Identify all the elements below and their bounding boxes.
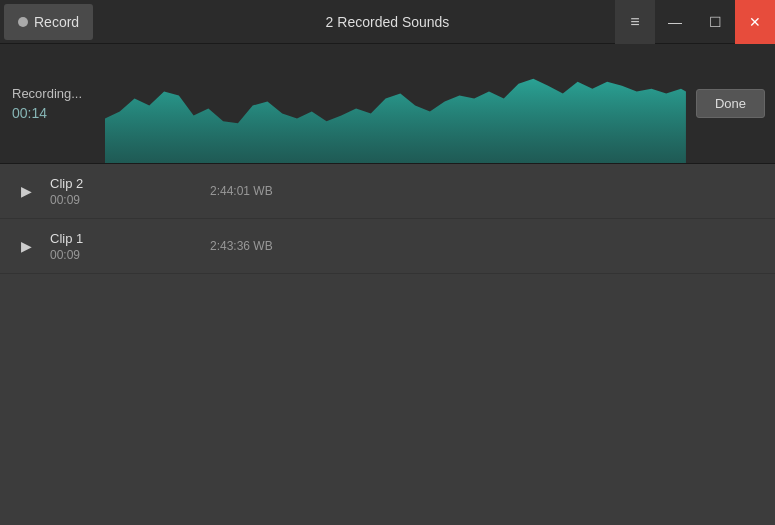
menu-button[interactable]: ≡ <box>615 0 655 44</box>
svg-marker-0 <box>105 79 686 163</box>
clip-timestamp: 2:43:36 WB <box>210 239 273 253</box>
play-icon: ▶ <box>21 238 32 254</box>
clip-info: Clip 1 00:09 <box>50 231 130 262</box>
done-area: Done <box>686 44 775 163</box>
close-button[interactable]: ✕ <box>735 0 775 44</box>
minimize-icon: — <box>668 14 682 30</box>
clips-list: ▶ Clip 2 00:09 2:44:01 WB ▶ Clip 1 00:09… <box>0 164 775 274</box>
maximize-button[interactable]: ☐ <box>695 0 735 44</box>
clip-timestamp: 2:44:01 WB <box>210 184 273 198</box>
done-button[interactable]: Done <box>696 89 765 118</box>
recording-label: Recording... <box>12 86 82 101</box>
clip-play-button[interactable]: ▶ <box>12 177 40 205</box>
close-icon: ✕ <box>749 14 761 30</box>
recording-time: 00:14 <box>12 105 47 121</box>
menu-icon: ≡ <box>630 13 639 31</box>
title-bar: Record 2 Recorded Sounds ≡ — ☐ ✕ <box>0 0 775 44</box>
clip-duration: 00:09 <box>50 193 130 207</box>
recording-area: Recording... 00:14 Done <box>0 44 775 164</box>
clip-item: ▶ Clip 1 00:09 2:43:36 WB <box>0 219 775 274</box>
waveform-container <box>105 44 686 163</box>
clip-info: Clip 2 00:09 <box>50 176 130 207</box>
window-controls: ≡ — ☐ ✕ <box>615 0 775 44</box>
clip-name: Clip 2 <box>50 176 130 191</box>
play-icon: ▶ <box>21 183 32 199</box>
clip-duration: 00:09 <box>50 248 130 262</box>
record-label: Record <box>34 14 79 30</box>
clip-play-button[interactable]: ▶ <box>12 232 40 260</box>
record-dot-icon <box>18 17 28 27</box>
window-title: 2 Recorded Sounds <box>326 14 450 30</box>
clip-item: ▶ Clip 2 00:09 2:44:01 WB <box>0 164 775 219</box>
recording-info: Recording... 00:14 <box>0 44 105 163</box>
clip-name: Clip 1 <box>50 231 130 246</box>
waveform-svg <box>105 44 686 163</box>
maximize-icon: ☐ <box>709 14 722 30</box>
record-button[interactable]: Record <box>4 4 93 40</box>
minimize-button[interactable]: — <box>655 0 695 44</box>
